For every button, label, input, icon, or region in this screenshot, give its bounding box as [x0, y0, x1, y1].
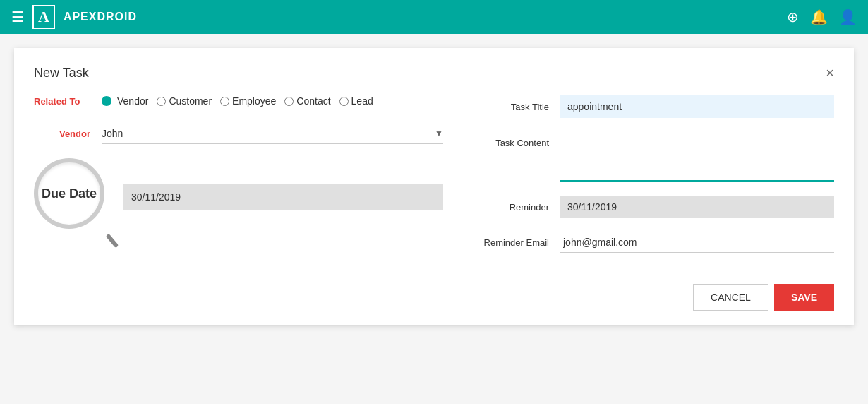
notifications-icon[interactable]: 🔔	[810, 8, 828, 25]
related-to-row: Related To Vendor Customer	[34, 95, 443, 107]
app-name: APEXDROID	[64, 11, 137, 23]
vendor-select-wrapper[interactable]: John ▼	[102, 124, 443, 144]
modal-footer: CANCEL SAVE	[34, 284, 834, 311]
reminder-input[interactable]	[560, 196, 834, 218]
user-avatar-icon[interactable]: 👤	[839, 8, 857, 25]
task-content-textarea[interactable]	[560, 132, 834, 182]
modal-header: New Task ×	[34, 65, 834, 81]
magnifier-handle	[106, 234, 119, 249]
task-title-input[interactable]	[560, 95, 834, 118]
hamburger-icon[interactable]: ☰	[11, 8, 24, 25]
task-content-row: Task Content	[471, 132, 834, 182]
logo-box: A	[32, 5, 55, 29]
magnifier-wrapper: Due Date	[34, 158, 111, 236]
lead-radio-input[interactable]	[339, 97, 349, 106]
right-column: Task Title Task Content Reminder Reminde…	[471, 95, 834, 267]
modal-title: New Task	[34, 66, 89, 81]
reminder-email-input[interactable]	[560, 232, 834, 253]
reminder-email-label: Reminder Email	[471, 237, 549, 248]
radio-vendor[interactable]: Vendor	[102, 95, 148, 107]
related-to-label: Related To	[34, 96, 90, 107]
task-content-label: Task Content	[471, 138, 549, 148]
due-date-row: Due Date	[34, 158, 443, 236]
due-date-input[interactable]	[123, 184, 443, 210]
modal-body: Related To Vendor Customer	[34, 95, 834, 267]
add-circle-icon[interactable]: ⊕	[787, 8, 799, 25]
radio-lead[interactable]: Lead	[339, 95, 373, 107]
radio-customer[interactable]: Customer	[157, 95, 212, 107]
save-button[interactable]: SAVE	[774, 284, 834, 311]
vendor-row: Vendor John ▼	[34, 124, 443, 144]
task-title-row: Task Title	[471, 95, 834, 118]
vendor-radio-label: Vendor	[117, 95, 148, 107]
customer-radio-label: Customer	[169, 95, 212, 107]
reminder-email-row: Reminder Email	[471, 232, 834, 253]
new-task-modal: New Task × Related To Vendor	[14, 48, 854, 325]
customer-radio-input[interactable]	[157, 97, 166, 106]
lead-radio-label: Lead	[351, 95, 373, 107]
cancel-button[interactable]: CANCEL	[693, 284, 768, 311]
magnifier-circle: Due Date	[34, 158, 104, 229]
magnifier-text: Due Date	[42, 186, 97, 201]
employee-radio-label: Employee	[232, 95, 276, 107]
vendor-select-value: John	[102, 124, 435, 143]
radio-group: Vendor Customer Employee	[102, 95, 373, 107]
logo-letter: A	[38, 8, 49, 26]
top-navigation: ☰ A APEXDROID ⊕ 🔔 👤	[0, 0, 868, 34]
vendor-radio-filled	[102, 96, 111, 106]
reminder-row: Reminder	[471, 196, 834, 218]
radio-employee[interactable]: Employee	[220, 95, 276, 107]
task-title-label: Task Title	[471, 102, 549, 112]
contact-radio-label: Contact	[296, 95, 330, 107]
contact-radio-input[interactable]	[284, 97, 294, 106]
chevron-down-icon: ▼	[435, 129, 443, 138]
employee-radio-input[interactable]	[220, 97, 229, 106]
nav-left: ☰ A APEXDROID	[11, 5, 137, 29]
vendor-label: Vendor	[34, 129, 90, 139]
radio-contact[interactable]: Contact	[284, 95, 330, 107]
close-icon[interactable]: ×	[826, 65, 834, 81]
reminder-label: Reminder	[471, 202, 549, 213]
nav-right: ⊕ 🔔 👤	[787, 8, 857, 25]
left-column: Related To Vendor Customer	[34, 95, 443, 267]
main-content: New Task × Related To Vendor	[0, 34, 868, 404]
